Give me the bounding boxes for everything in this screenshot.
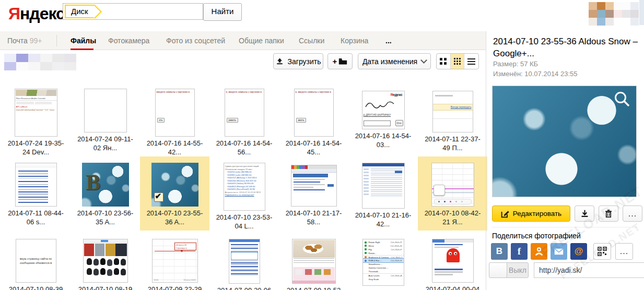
download-button[interactable] (575, 206, 594, 222)
share-odnoklassniki-button[interactable] (531, 243, 547, 260)
file-thumbnail[interactable] (291, 165, 337, 207)
tab-shared-folders[interactable]: Общие папки (239, 37, 284, 45)
file-thumbnail[interactable]: Files Resources Audits Console API callb… (15, 89, 57, 137)
upload-button[interactable]: Загрузить (273, 53, 323, 69)
public-link-toggle[interactable]: Выкл (489, 262, 529, 278)
file-name: 2014-07-16 14-54-03... (348, 132, 418, 149)
view-tiles-button[interactable] (451, 54, 465, 69)
file-thumbnail[interactable] (84, 89, 127, 132)
search-input[interactable] (105, 5, 201, 19)
tab-trash[interactable]: Корзина (341, 37, 368, 45)
new-folder-button[interactable]: + (327, 53, 353, 69)
toggle-knob[interactable] (489, 263, 507, 277)
list-icon (467, 58, 475, 65)
file-thumbnail[interactable]: введите символы с картинки в ить (155, 89, 195, 137)
file-tile[interactable]: введите символы с картинки в ить 2014-07… (140, 82, 209, 156)
qr-code-button[interactable] (593, 243, 611, 260)
yandex-logo[interactable]: Яндекс (8, 4, 65, 23)
file-thumbnail[interactable]: я, введите символы с картинки в равить (225, 89, 264, 137)
small-grid-icon (454, 58, 461, 65)
share-more-button[interactable]: ... (615, 243, 633, 260)
file-thumbnail[interactable] (15, 163, 57, 207)
file-tile-selected[interactable]: 2014-07-10 23-55-36 A... (140, 156, 209, 231)
checkbox-unchecked[interactable] (434, 185, 445, 196)
section-divider (492, 227, 637, 227)
folder-icon (338, 58, 347, 65)
search-box[interactable]: Диск (63, 3, 203, 20)
file-tile[interactable]: 2014-07-09 20-06 (209, 236, 279, 290)
file-tile[interactable]: 04 июня 20 Страница в 00:0003 июня 00:00… (140, 236, 209, 290)
tab-more[interactable]: ... (385, 37, 392, 45)
file-tile[interactable]: Суммы доступные для инвестиций Обновлени… (209, 156, 279, 231)
file-tile[interactable]: 2014-07-24 09-11-02 Ян... (71, 82, 140, 156)
checkbox-checked-icon[interactable] (154, 192, 163, 202)
file-preview-image[interactable] (492, 86, 637, 197)
file-tile[interactable]: 2014-07-10 21-17-58... (279, 156, 348, 231)
file-tile[interactable]: в, введите символы с картинки в авить 20… (279, 82, 348, 156)
file-name: 2014-07-11 08-44-06 s... (1, 209, 71, 226)
sort-dropdown[interactable]: Дата изменения (358, 53, 431, 69)
share-vk-button[interactable]: В (491, 243, 508, 260)
more-actions-button[interactable]: ... (623, 206, 642, 222)
file-tile[interactable]: Яндекс Ь ДРУГУЮ КАРТИНКУ Отп 2014-07-16 … (348, 82, 418, 156)
large-grid-icon (440, 58, 447, 65)
file-name: 2014-07-10 21-16-42... (348, 211, 418, 228)
file-tile[interactable]: B 2014-07-10 23-56-35 A... (71, 156, 140, 231)
ghost-art (447, 248, 460, 262)
file-thumbnail[interactable] (362, 163, 405, 209)
share-section-title: Поделиться фотографией (492, 232, 581, 240)
tab-camera[interactable]: Фотокамера (108, 37, 149, 45)
file-tile[interactable]: 2014-07-04 00-04 (418, 236, 487, 290)
file-thumbnail[interactable]: Всегда переводить (432, 91, 473, 132)
file-tile[interactable]: я, введите символы с картинки в равить 2… (209, 82, 279, 156)
search-button[interactable]: Найти (203, 3, 242, 21)
public-link-input[interactable] (534, 262, 644, 278)
active-tab-underline (71, 49, 93, 50)
magnifier-icon[interactable] (613, 90, 631, 108)
delete-button[interactable] (599, 206, 618, 222)
file-thumbnail[interactable]: вную страницу сайта по сообщение обновит… (16, 239, 56, 283)
file-name: 2014-07-09 19-52 (279, 286, 348, 290)
file-thumbnail[interactable]: 04 июня 20 Страница в 00:0003 июня 00:00 (152, 239, 198, 283)
file-thumbnail[interactable] (83, 239, 128, 283)
tab-mail[interactable]: Почта 99+ (7, 37, 42, 45)
share-facebook-button[interactable]: f (511, 243, 528, 260)
file-tile[interactable]: Files Resources Audits Console API callb… (1, 82, 71, 156)
file-tile-selected[interactable]: 2014-07-10 08-42-21 Я... (418, 156, 487, 231)
file-tile[interactable]: 2014-07-11 08-44-06 s... (1, 156, 71, 231)
user-avatar-pixelated[interactable] (589, 2, 639, 26)
file-thumbnail[interactable] (292, 239, 336, 284)
file-tile[interactable]: 2014-07-10 21-16-42... (348, 156, 418, 231)
file-thumbnail[interactable]: в, введите символы с картинки в авить (294, 89, 334, 137)
tab-social-photos[interactable]: Фото из соцсетей (166, 37, 225, 45)
file-thumbnail[interactable]: Суммы доступные для инвестиций Обновлени… (224, 163, 265, 211)
file-name: 2014-07-10 08-42-21 Я... (418, 209, 487, 226)
view-large-tiles-button[interactable] (437, 54, 451, 69)
file-tile[interactable]: 2014-07-09 19-52 (279, 236, 348, 290)
chart-legend-art (434, 199, 472, 204)
file-thumbnail[interactable] (432, 239, 474, 283)
selected-file-title: 2014-07-10 23-55-36 Aldous Snow – Google… (493, 35, 638, 59)
file-tile[interactable]: Всегда переводить 2014-07-11 22-37-49 П.… (418, 82, 487, 156)
edit-button[interactable]: Редактировать (492, 206, 570, 222)
yandex-disk-window: Яндекс Диск Найти Почта 99+ Файлы Фотока… (0, 0, 644, 290)
file-name: 2014-07-10 23-56-35 A... (71, 209, 140, 226)
view-list-button[interactable] (464, 54, 478, 69)
search-scope-tag[interactable]: Диск (65, 5, 95, 18)
captcha-input (364, 120, 391, 126)
thumb-button: Отп (395, 120, 403, 126)
share-mailru-button[interactable]: @ (570, 243, 587, 260)
tab-links[interactable]: Ссылки (299, 37, 324, 45)
file-tile[interactable]: вную страницу сайта по сообщение обновит… (1, 236, 71, 290)
file-thumbnail[interactable] (151, 163, 198, 207)
file-thumbnail[interactable]: Яндекс Ь ДРУГУЮ КАРТИНКУ Отп (362, 91, 405, 129)
file-name: 2014-07-10 21-17-58... (279, 209, 348, 226)
tab-files[interactable]: Файлы (71, 37, 96, 45)
file-thumbnail[interactable] (431, 163, 474, 207)
file-thumbnail[interactable] (229, 239, 260, 284)
file-tile[interactable]: Rotate RightCtrl+Shift+R MirrorCtrl+Shif… (348, 236, 418, 290)
file-thumbnail[interactable]: B (82, 163, 129, 207)
file-thumbnail[interactable]: Rotate RightCtrl+Shift+R MirrorCtrl+Shif… (362, 239, 404, 286)
share-email-button[interactable] (551, 243, 567, 260)
file-tile[interactable]: 2014-07-10 08-19 (71, 236, 140, 290)
